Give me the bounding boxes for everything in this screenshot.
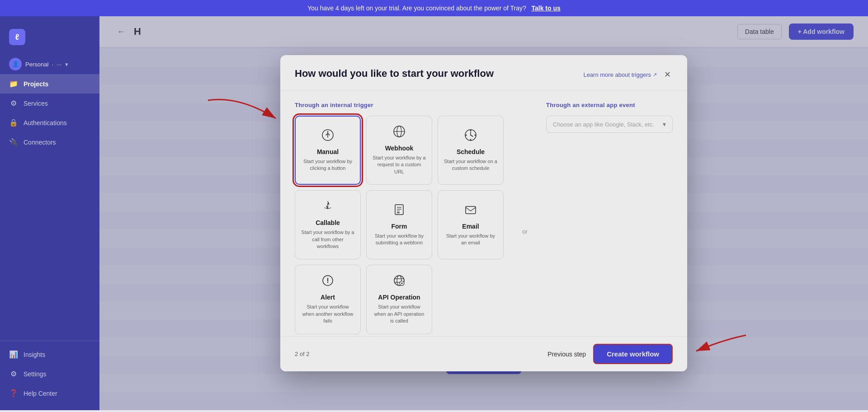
modal-header-right: Learn more about triggers ↗ ✕ [583, 68, 673, 81]
schedule-name: Schedule [457, 148, 485, 155]
step-indicator: 2 of 2 [295, 351, 310, 357]
trigger-card-schedule[interactable]: Schedule Start your workflow on a custom… [438, 116, 504, 185]
help-icon: ❓ [9, 389, 18, 398]
manual-name: Manual [317, 148, 339, 155]
form-icon [393, 203, 406, 219]
trigger-card-manual[interactable]: Manual Start your workflow by clicking a… [295, 116, 361, 185]
insights-icon: 📊 [9, 350, 18, 359]
external-section: Through an external app event Choose an … [546, 102, 673, 334]
sidebar-item-insights[interactable]: 📊 Insights [0, 345, 99, 364]
email-name: Email [462, 223, 479, 230]
trigger-card-email[interactable]: Email Start your workflow by an email [438, 190, 504, 259]
user-caret: ▾ [65, 61, 68, 68]
svg-point-10 [470, 130, 472, 131]
sidebar-item-label: Connectors [24, 139, 56, 146]
sidebar-item-label: Services [24, 100, 48, 107]
modal-overlay: How would you like to start your workflo… [99, 16, 868, 410]
modal-container: How would you like to start your workflo… [280, 55, 687, 371]
projects-icon: 📁 [9, 80, 18, 88]
svg-point-3 [327, 131, 329, 132]
dropdown-chevron-icon: ▾ [663, 121, 666, 128]
webhook-desc: Start your workflow by a request to a cu… [372, 154, 426, 175]
svg-rect-19 [466, 206, 476, 214]
email-icon [464, 203, 477, 219]
trial-banner: You have 4 days left on your trial. Are … [0, 0, 868, 16]
sidebar-item-label: Help Center [24, 390, 57, 397]
svg-point-13 [475, 134, 476, 136]
triggers-layout: Through an internal trigger [295, 102, 673, 334]
sidebar: ℓ 👤 Personal · ··· ▾ 📁 Projects ⚙ Servic… [0, 16, 99, 410]
or-divider: or [518, 129, 532, 334]
external-app-select[interactable]: Choose an app like Google, Slack, etc. ▾ [546, 116, 673, 133]
modal-body: Through an internal trigger [280, 91, 687, 336]
modal-title: How would you like to start your workflo… [295, 68, 494, 80]
callable-icon [321, 200, 334, 215]
sidebar-item-services[interactable]: ⚙ Services [0, 94, 99, 113]
alert-icon [321, 274, 334, 290]
or-label: or [522, 228, 528, 235]
svg-point-12 [466, 134, 467, 136]
sidebar-item-connectors[interactable]: 🔌 Connectors [0, 132, 99, 152]
schedule-icon [464, 129, 477, 145]
sidebar-item-label: Projects [24, 80, 48, 88]
sidebar-item-projects[interactable]: 📁 Projects [0, 74, 99, 94]
close-button[interactable]: ✕ [662, 68, 673, 81]
logo: ℓ [0, 23, 99, 54]
webhook-name: Webhook [385, 145, 414, 152]
user-menu[interactable]: 👤 Personal · ··· ▾ [0, 54, 99, 74]
modal-footer: 2 of 2 Previous step Create workflow [280, 336, 687, 371]
sidebar-item-label: Authentications [24, 119, 67, 126]
sidebar-item-authentications[interactable]: 🔒 Authentications [0, 113, 99, 132]
alert-name: Alert [321, 294, 335, 301]
services-icon: ⚙ [9, 99, 18, 108]
form-name: Form [392, 223, 407, 230]
create-workflow-button[interactable]: Create workflow [593, 344, 673, 364]
form-desc: Start your workflow by submitting a webf… [372, 233, 426, 247]
sidebar-item-settings[interactable]: ⚙ Settings [0, 364, 99, 384]
schedule-desc: Start your workflow on a custom schedule [443, 158, 498, 172]
api-operation-icon [393, 274, 406, 290]
connectors-icon: 🔌 [9, 138, 18, 146]
internal-section: Through an internal trigger [295, 102, 504, 334]
api-operation-name: API Operation [378, 294, 420, 301]
sidebar-nav: 📁 Projects ⚙ Services 🔒 Authentications … [0, 74, 99, 341]
banner-text: You have 4 days left on your trial. Are … [307, 5, 526, 12]
modal-header: How would you like to start your workflo… [280, 55, 687, 91]
sidebar-item-label: Insights [24, 351, 45, 358]
external-link-icon: ↗ [653, 72, 657, 78]
callable-desc: Start your workflow by a call from other… [301, 229, 355, 250]
manual-desc: Start your workflow by clicking a button [301, 158, 354, 172]
external-section-label: Through an external app event [546, 102, 673, 108]
previous-step-button[interactable]: Previous step [547, 351, 586, 358]
external-app-placeholder: Choose an app like Google, Slack, etc. [553, 121, 654, 128]
sidebar-bottom: 📊 Insights ⚙ Settings ❓ Help Center [0, 341, 99, 403]
trigger-card-webhook[interactable]: Webhook Start your workflow by a request… [366, 116, 432, 185]
auth-icon: 🔒 [9, 118, 18, 127]
avatar: 👤 [9, 58, 22, 70]
logo-icon: ℓ [9, 29, 25, 45]
alert-desc: Start your workflow when another workflo… [301, 304, 355, 324]
webhook-icon [393, 125, 406, 141]
internal-section-label: Through an internal trigger [295, 102, 504, 108]
callable-name: Callable [316, 219, 340, 226]
email-desc: Start your workflow by an email [443, 233, 498, 247]
footer-buttons: Previous step Create workflow [547, 344, 673, 364]
sidebar-item-label: Settings [24, 370, 47, 378]
settings-icon: ⚙ [9, 370, 18, 378]
trigger-card-callable[interactable]: Callable Start your workflow by a call f… [295, 190, 361, 259]
trigger-card-alert[interactable]: Alert Start your workflow when another w… [295, 265, 361, 334]
sidebar-item-help[interactable]: ❓ Help Center [0, 384, 99, 403]
main-area: ← H Data table + Add workflow + Add work… [99, 16, 868, 410]
svg-point-22 [327, 282, 328, 283]
trigger-card-form[interactable]: Form Start your workflow by submitting a… [366, 190, 432, 259]
api-operation-desc: Start your workflow when an API operatio… [372, 304, 426, 324]
svg-point-11 [470, 139, 472, 140]
svg-rect-18 [397, 212, 400, 213]
user-label: Personal · ··· [25, 61, 61, 68]
trigger-card-api-operation[interactable]: API Operation Start your workflow when a… [366, 265, 432, 334]
learn-triggers-link[interactable]: Learn more about triggers ↗ [583, 71, 657, 78]
banner-cta[interactable]: Talk to us [531, 5, 560, 12]
svg-line-9 [471, 135, 473, 136]
manual-icon [321, 129, 334, 145]
modal: How would you like to start your workflo… [280, 55, 687, 371]
